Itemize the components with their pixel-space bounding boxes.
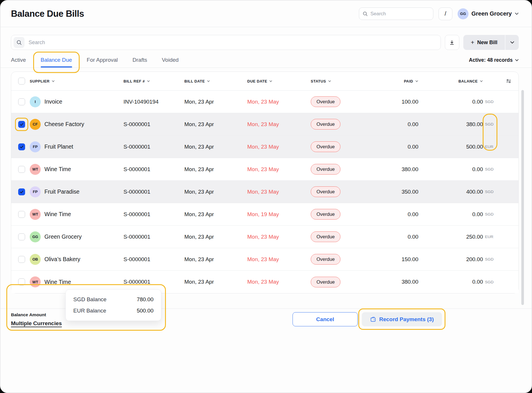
- header-search[interactable]: [359, 8, 433, 20]
- table-row[interactable]: WT Wine Time S-0000001 Mon, 23 Apr Mon, …: [11, 203, 518, 226]
- balance-amount: 0.00: [472, 99, 483, 105]
- column-header-bill-date[interactable]: BILL DATE: [184, 79, 247, 83]
- bill-ref: S-0000001: [123, 279, 184, 285]
- column-label: BILL REF #: [123, 79, 145, 83]
- table-row[interactable]: WT Wine Time S-0000001 Mon, 23 Apr Mon, …: [11, 158, 518, 181]
- bill-date: Mon, 23 Apr: [184, 166, 247, 173]
- balance-amount: 0.00: [472, 279, 483, 285]
- record-payments-label: Record Payments (3): [379, 316, 434, 323]
- due-date: Mon, 19 May: [247, 211, 311, 218]
- supplier-avatar: I: [30, 96, 41, 107]
- supplier-avatar: FP: [30, 141, 41, 152]
- bill-date: Mon, 23 Apr: [184, 279, 247, 285]
- tab-label: Active: [11, 57, 26, 63]
- table-row[interactable]: OB Oliva’s Bakery S-0000001 Mon, 23 Apr …: [11, 248, 518, 271]
- bill-ref: INV-10490194: [123, 99, 184, 105]
- toolbar: + New Bill: [11, 35, 519, 50]
- table-row[interactable]: I Invoice INV-10490194 Mon, 23 Apr Mon, …: [11, 91, 518, 113]
- supplier-name: Cheese Factory: [44, 121, 84, 128]
- row-checkbox[interactable]: [18, 256, 25, 263]
- table-search-input[interactable]: [29, 40, 438, 46]
- supplier-name: Green Grocery: [44, 233, 82, 240]
- bill-ref: S-0000001: [123, 256, 184, 263]
- column-header-status[interactable]: STATUS: [311, 79, 381, 83]
- column-header-due-date[interactable]: DUE DATE: [247, 79, 311, 83]
- table-row[interactable]: FP Fruit Planet S-0000001 Mon, 23 Apr Mo…: [11, 136, 518, 158]
- supplier-avatar: WT: [30, 209, 41, 220]
- supplier-initials: WT: [32, 280, 38, 284]
- bill-date: Mon, 23 Apr: [184, 256, 247, 263]
- column-settings-button[interactable]: [494, 78, 512, 84]
- vertical-scrollbar[interactable]: [521, 90, 524, 305]
- table-row[interactable]: FP Fruit Paradise S-0000001 Mon, 23 Apr …: [11, 181, 518, 203]
- supplier-initials: WT: [32, 167, 38, 171]
- tab-balance-due[interactable]: Balance Due: [41, 55, 72, 68]
- row-checkbox[interactable]: [18, 233, 25, 240]
- table-row[interactable]: CF Cheese Factory S-0000001 Mon, 23 Apr …: [11, 113, 518, 136]
- bill-ref: S-0000001: [123, 234, 184, 240]
- row-checkbox[interactable]: [18, 188, 25, 195]
- column-header-paid[interactable]: PAID: [381, 79, 418, 83]
- column-header-bill-ref[interactable]: BILL REF #: [123, 79, 184, 83]
- supplier-avatar: WT: [30, 276, 41, 287]
- account-name: Green Grocery: [471, 10, 512, 17]
- tab-voided[interactable]: Voided: [162, 55, 179, 68]
- supplier-name: Wine Time: [44, 211, 71, 218]
- bill-date: Mon, 23 Apr: [184, 234, 247, 240]
- bill-date: Mon, 23 Apr: [184, 211, 247, 218]
- bill-ref: S-0000001: [123, 166, 184, 173]
- bills-table: SUPPLIER BILL REF # BILL DATE DUE DATE S…: [11, 72, 519, 293]
- records-filter[interactable]: Active: 48 records: [469, 57, 519, 68]
- tab-for-approval[interactable]: For Approval: [87, 55, 118, 68]
- export-download-button[interactable]: [445, 35, 459, 50]
- multiple-currencies-link[interactable]: Multiple Currencies: [11, 320, 62, 327]
- sort-chevron-icon: [480, 80, 483, 82]
- currency-code: EUR: [483, 145, 494, 149]
- supplier-name: Oliva’s Bakery: [44, 256, 80, 263]
- column-label: DUE DATE: [247, 79, 267, 83]
- supplier-name: Fruit Paradise: [44, 188, 79, 195]
- cancel-button[interactable]: Cancel: [293, 312, 358, 326]
- table-row[interactable]: GG Green Grocery S-0000001 Mon, 23 Apr M…: [11, 226, 518, 248]
- status-badge: Overdue: [311, 164, 340, 175]
- tabs: ActiveBalance DueFor ApprovalDraftsVoide…: [11, 55, 179, 68]
- chevron-down-icon: [510, 41, 514, 44]
- tab-active[interactable]: Active: [11, 55, 26, 68]
- record-payments-button[interactable]: Record Payments (3): [362, 312, 442, 326]
- column-header-supplier[interactable]: SUPPLIER: [30, 79, 123, 83]
- select-all-checkbox[interactable]: [18, 78, 25, 85]
- column-label: BILL DATE: [184, 79, 205, 83]
- new-bill-dropdown-button[interactable]: [505, 35, 519, 50]
- header-search-input[interactable]: [370, 11, 430, 17]
- tab-drafts[interactable]: Drafts: [132, 55, 147, 68]
- sort-chevron-icon: [147, 80, 150, 82]
- account-menu[interactable]: GG Green Grocery: [458, 8, 519, 19]
- account-initials: GG: [460, 12, 466, 16]
- tooltip-label: SGD Balance: [73, 296, 106, 303]
- currency-code: SGD: [483, 122, 494, 126]
- balance-amount: 0.00: [472, 211, 483, 218]
- row-checkbox[interactable]: [18, 98, 25, 105]
- keyboard-shortcut-button[interactable]: /: [439, 8, 452, 20]
- bill-date: Mon, 23 Apr: [184, 189, 247, 195]
- due-date: Mon, 23 May: [247, 234, 311, 240]
- column-label: STATUS: [311, 79, 326, 83]
- tab-label: Drafts: [132, 57, 147, 63]
- tooltip-label: EUR Balance: [73, 308, 106, 314]
- balance-due-bills-page: Balance Due Bills / GG Green Grocery: [0, 0, 532, 393]
- row-checkbox[interactable]: [18, 143, 25, 150]
- balance-amount-label: Balance Amount: [11, 312, 46, 317]
- wallet-icon: [370, 316, 376, 323]
- paid-amount: 0.00: [381, 234, 418, 240]
- row-checkbox[interactable]: [18, 166, 25, 173]
- chevron-down-icon: [515, 12, 519, 15]
- new-bill-button[interactable]: + New Bill: [463, 35, 505, 50]
- table-search[interactable]: [11, 35, 441, 50]
- column-header-balance[interactable]: BALANCE: [418, 79, 494, 83]
- row-checkbox[interactable]: [18, 211, 25, 218]
- sort-chevron-icon: [52, 80, 55, 82]
- row-checkbox[interactable]: [18, 121, 25, 128]
- column-label: PAID: [404, 79, 413, 83]
- row-checkbox[interactable]: [18, 278, 25, 285]
- bill-date: Mon, 23 Apr: [184, 144, 247, 150]
